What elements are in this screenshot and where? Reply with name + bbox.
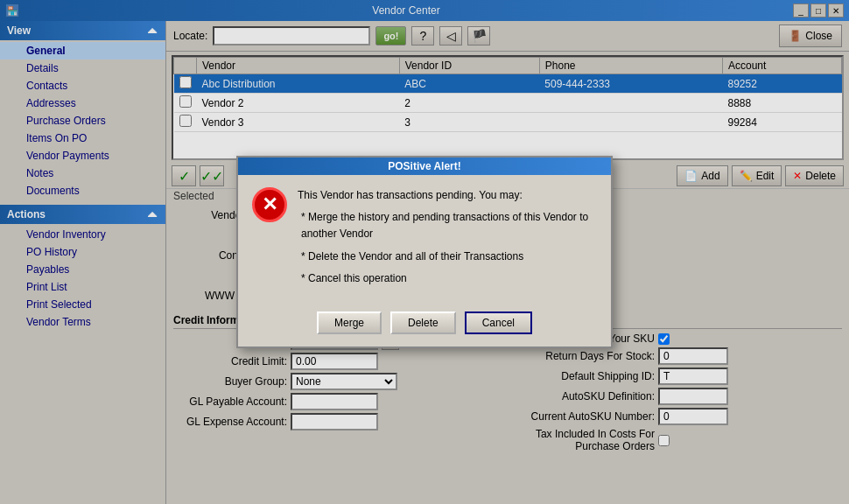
modal-error-icon: ✕ bbox=[252, 187, 287, 222]
modal-buttons: Merge Delete Cancel bbox=[238, 304, 611, 346]
modal-message-area: This Vendor has transactions pending. Yo… bbox=[298, 187, 597, 292]
modal-title: POSitive Alert! bbox=[238, 158, 611, 175]
modal-overlay: POSitive Alert! ✕ This Vendor has transa… bbox=[0, 0, 849, 504]
modal-option1: * Merge the history and pending transact… bbox=[301, 209, 597, 242]
alert-dialog: POSitive Alert! ✕ This Vendor has transa… bbox=[236, 156, 613, 348]
modal-delete-button[interactable]: Delete bbox=[390, 312, 456, 334]
modal-option2: * Delete the Vendor and all of their Tra… bbox=[301, 248, 597, 265]
cancel-button[interactable]: Cancel bbox=[465, 312, 532, 334]
modal-main-message: This Vendor has transactions pending. Yo… bbox=[298, 187, 597, 204]
merge-button[interactable]: Merge bbox=[317, 312, 382, 334]
modal-option3: * Cancel this operation bbox=[301, 270, 597, 287]
